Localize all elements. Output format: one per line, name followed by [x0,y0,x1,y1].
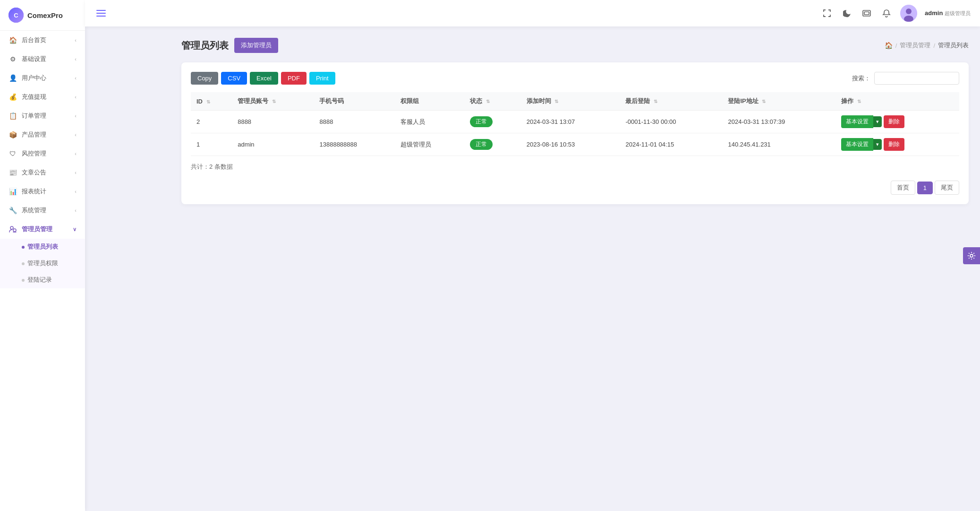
cell-add-time: 2024-03-31 13:07 [521,111,620,133]
menu-toggle-button[interactable] [94,8,108,18]
search-input[interactable] [874,72,959,85]
sidebar-item-admin[interactable]: 管理员管理 ∨ [0,220,85,239]
toolbar: Copy CSV Excel PDF Print 搜索： [191,72,959,85]
sidebar: C ComexPro 🏠 后台首页 ‹ ⚙ 基础设置 ‹ 👤 用户中心 ‹ 💰 … [0,0,85,511]
setting-dropdown-button[interactable]: ▾ [873,116,882,127]
setting-button[interactable]: 基本设置 [841,115,873,128]
sidebar-item-dashboard[interactable]: 🏠 后台首页 ‹ [0,31,85,50]
sort-icon[interactable]: ⇅ [272,99,276,104]
orders-icon: 📋 [9,112,17,120]
cell-id: 1 [191,133,232,156]
sidebar-item-articles[interactable]: 📰 文章公告 ‹ [0,163,85,182]
cell-status: 正常 [464,133,520,156]
notification-icon[interactable] [880,7,893,19]
setting-dropdown-button[interactable]: ▾ [873,139,882,150]
breadcrumb-admin-mgmt[interactable]: 管理员管理 [900,41,930,50]
col-role: 权限组 [395,92,464,111]
csv-button[interactable]: CSV [221,72,247,85]
sidebar-item-risk[interactable]: 🛡 风控管理 ‹ [0,144,85,163]
chevron-icon: ‹ [75,208,77,213]
setting-button[interactable]: 基本设置 [841,138,873,151]
settings-icon: ⚙ [9,55,17,63]
first-page-button[interactable]: 首页 [891,181,915,195]
cell-add-time: 2023-08-16 10:53 [521,133,620,156]
sidebar-item-system[interactable]: 🔧 系统管理 ‹ [0,201,85,220]
sort-icon[interactable]: ⇅ [654,99,657,104]
col-add-time: 添加时间 ⇅ [521,92,620,111]
sort-icon[interactable]: ⇅ [762,99,766,104]
subnav-label: 管理员列表 [27,243,58,251]
pagination: 首页 1 尾页 [191,181,959,195]
home-icon[interactable]: 🏠 [885,42,893,49]
system-icon: 🔧 [9,206,17,215]
cell-account: 8888 [232,111,314,133]
subnav-item-login-log[interactable]: 登陆记录 [0,272,85,288]
fullscreen-icon[interactable] [821,7,833,19]
risk-icon: 🛡 [9,149,17,158]
cell-action: 基本设置 ▾ 删除 [835,111,959,133]
subnav-dot [22,262,25,265]
svg-text:C: C [14,12,18,19]
print-button[interactable]: Print [309,72,335,85]
chevron-icon: ‹ [75,170,77,175]
sidebar-item-label: 用户中心 [22,74,46,82]
logo-text: ComexPro [27,11,63,19]
svg-point-2 [10,226,13,229]
sidebar-item-label: 系统管理 [22,206,46,215]
admin-icon [9,225,17,234]
cell-role: 超级管理员 [395,133,464,156]
excel-button[interactable]: Excel [250,72,278,85]
user-info: admin 超级管理员 [925,9,971,17]
topbar: admin 超级管理员 [85,0,980,26]
action-group: 基本设置 ▾ 删除 [841,138,954,151]
subnav-item-admin-perms[interactable]: 管理员权限 [0,255,85,272]
sort-icon[interactable]: ⇅ [857,99,861,104]
sidebar-item-label: 后台首页 [22,36,46,44]
sidebar-item-products[interactable]: 📦 产品管理 ‹ [0,125,85,144]
search-area: 搜索： [852,72,959,85]
copy-button[interactable]: Copy [191,72,218,85]
sort-icon[interactable]: ⇅ [486,99,490,104]
user-avatar[interactable] [900,5,917,22]
sort-icon[interactable]: ⇅ [206,99,210,104]
reports-icon: 📊 [9,187,17,196]
subnav-dot [22,279,25,282]
subnav-item-admin-list[interactable]: 管理员列表 [0,239,85,255]
svg-point-7 [906,9,912,14]
export-buttons: Copy CSV Excel PDF Print [191,72,335,85]
total-count: 共计：2 条数据 [191,163,959,171]
cell-action: 基本设置 ▾ 删除 [835,133,959,156]
sidebar-item-recharge[interactable]: 💰 充值提现 ‹ [0,87,85,106]
user-name: admin [925,9,943,17]
sort-icon[interactable]: ⇅ [554,99,558,104]
delete-button[interactable]: 删除 [884,115,904,128]
delete-button[interactable]: 删除 [884,138,904,151]
chevron-icon: ‹ [75,113,77,119]
breadcrumb-current: 管理员列表 [938,41,969,50]
sidebar-item-user-center[interactable]: 👤 用户中心 ‹ [0,69,85,87]
cell-last-login: -0001-11-30 00:00 [620,111,722,133]
breadcrumb-sep: / [895,42,897,49]
screenshot-icon[interactable] [861,7,873,19]
sidebar-item-label: 基础设置 [22,55,46,63]
sidebar-item-reports[interactable]: 📊 报表统计 ‹ [0,182,85,201]
col-id: ID ⇅ [191,92,232,111]
sidebar-item-label: 管理员管理 [22,225,52,234]
floating-gear-button[interactable] [963,247,980,264]
sidebar-item-basic-settings[interactable]: ⚙ 基础设置 ‹ [0,50,85,69]
admin-table: ID ⇅ 管理员账号 ⇅ 手机号码 权限组 状态 ⇅ [191,92,959,156]
col-action: 操作 ⇅ [835,92,959,111]
add-admin-button[interactable]: 添加管理员 [234,38,278,53]
recharge-icon: 💰 [9,93,17,101]
theme-toggle-icon[interactable] [841,7,853,19]
sidebar-item-label: 产品管理 [22,130,46,139]
page-1-button[interactable]: 1 [917,182,933,194]
sidebar-item-orders[interactable]: 📋 订单管理 ‹ [0,106,85,125]
products-icon: 📦 [9,130,17,139]
status-badge: 正常 [470,139,493,150]
cell-account: admin [232,133,314,156]
page-title-area: 管理员列表 添加管理员 [181,38,278,53]
last-page-button[interactable]: 尾页 [935,181,959,195]
pdf-button[interactable]: PDF [281,72,307,85]
page-header: 管理员列表 添加管理员 🏠 / 管理员管理 / 管理员列表 [181,38,969,53]
